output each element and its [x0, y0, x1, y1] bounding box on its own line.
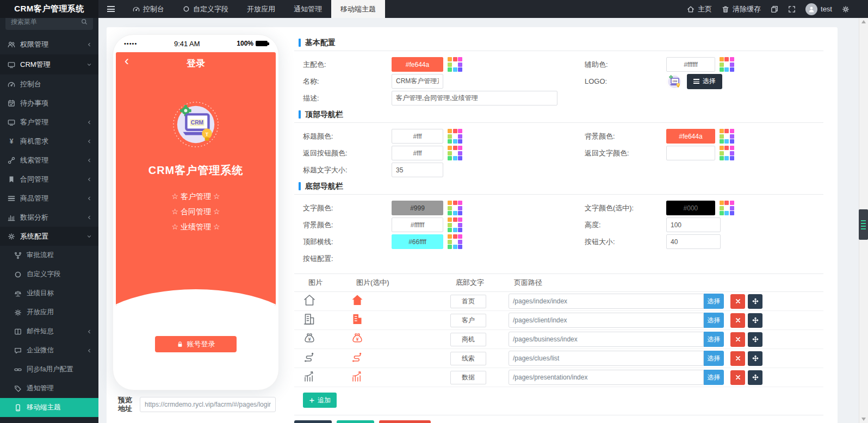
menu-toggle-button[interactable]: [98, 0, 123, 18]
topbar-item-test[interactable]: test: [805, 3, 832, 15]
color-swatch-input[interactable]: #fff: [392, 146, 443, 160]
color-swatch-input[interactable]: #fe644a: [666, 129, 715, 144]
topbar-item-主页[interactable]: 主页: [687, 4, 712, 14]
page-path-input[interactable]: [509, 332, 704, 347]
sidebar-item-开放应用[interactable]: 开放应用: [0, 303, 98, 322]
page-path-input[interactable]: [509, 351, 704, 366]
tab-通知管理[interactable]: 通知管理: [284, 0, 331, 18]
tab-开放应用[interactable]: 开放应用: [238, 0, 284, 18]
move-row-button[interactable]: [748, 313, 762, 328]
sidebar-item-待办事项[interactable]: 待办事项: [0, 94, 98, 113]
append-row-button[interactable]: 追加: [303, 393, 337, 408]
crm-logo-illustration: CRMT: [172, 100, 220, 148]
bottom-text-input[interactable]: [450, 314, 486, 327]
remove-row-button[interactable]: [730, 370, 745, 385]
move-row-button[interactable]: [748, 294, 762, 309]
sidebar-item-移动端主题[interactable]: 移动端主题: [0, 398, 98, 417]
sidebar-item-CRM管理[interactable]: CRM管理: [0, 54, 98, 74]
field-label: 背景颜色:: [303, 220, 392, 230]
field-label: 文字颜色:: [303, 203, 392, 213]
color-palette-icon[interactable]: [448, 201, 462, 215]
color-swatch-input[interactable]: #fe644a: [392, 57, 443, 72]
sidebar-item-合同管理[interactable]: 合同管理: [0, 170, 98, 189]
sidebar-item-商品管理[interactable]: 商品管理: [0, 189, 98, 208]
color-palette-icon[interactable]: [720, 129, 734, 144]
select-path-button[interactable]: 选择: [704, 313, 724, 328]
sidebar-item-企业微信[interactable]: 企业微信: [0, 341, 98, 360]
preview-url-input[interactable]: [140, 397, 276, 412]
page-path-input[interactable]: [509, 294, 704, 309]
sidebar-item-同步fa用户配置[interactable]: 同步fa用户配置: [0, 360, 98, 379]
color-swatch-input[interactable]: [666, 146, 715, 160]
color-palette-icon[interactable]: [448, 217, 462, 232]
select-path-button[interactable]: 选择: [704, 332, 724, 347]
select-path-button[interactable]: 选择: [704, 294, 724, 309]
sidebar-item-权限管理[interactable]: 权限管理: [0, 34, 98, 54]
topbar-item-清除缓存[interactable]: 清除缓存: [722, 4, 761, 14]
scrollbar-thumb[interactable]: [859, 209, 868, 240]
form-row: 主配色:#fe644a辅助色:#ffffff: [294, 56, 823, 73]
restore-default-button[interactable]: 恢复默认: [379, 420, 431, 423]
move-row-button[interactable]: [748, 332, 762, 347]
move-row-button[interactable]: [748, 351, 762, 366]
color-palette-icon[interactable]: [448, 234, 462, 249]
color-palette-icon[interactable]: [448, 57, 462, 72]
sidebar-item-业绩目标[interactable]: 业绩目标: [0, 284, 98, 303]
remove-row-button[interactable]: [730, 313, 745, 328]
select-path-button[interactable]: 选择: [704, 370, 724, 385]
remove-row-button[interactable]: [730, 351, 745, 366]
color-swatch-input[interactable]: #ffffff: [392, 217, 443, 232]
color-palette-icon[interactable]: [448, 146, 462, 160]
sidebar-item-线索管理[interactable]: 线索管理: [0, 151, 98, 170]
preview-button[interactable]: 预览: [294, 420, 332, 423]
bottom-text-input[interactable]: [450, 295, 486, 308]
sidebar-item-客户管理[interactable]: 客户管理: [0, 113, 98, 132]
color-palette-icon[interactable]: [720, 146, 734, 160]
tab-自定义字段[interactable]: 自定义字段: [173, 0, 238, 18]
logo-select-button[interactable]: 选择: [687, 74, 722, 89]
color-palette-icon[interactable]: [720, 201, 734, 215]
color-swatch-input[interactable]: #999: [392, 201, 443, 215]
bottom-text-input[interactable]: [450, 352, 486, 365]
color-swatch-input[interactable]: #ffffff: [666, 57, 715, 72]
scroll-down-arrow-icon[interactable]: [861, 418, 866, 421]
tab-控制台[interactable]: 控制台: [123, 0, 173, 18]
color-swatch-input[interactable]: #66ffff: [392, 234, 443, 249]
tab-移动端主题[interactable]: 移动端主题: [331, 0, 385, 18]
sidebar-item-数据分析[interactable]: 数据分析: [0, 208, 98, 227]
icon-selected-cell: [351, 370, 450, 385]
sidebar-item-自定义字段[interactable]: 自定义字段: [0, 265, 98, 284]
color-swatch-input[interactable]: #fff: [392, 129, 443, 144]
page-path-input[interactable]: [509, 313, 704, 328]
text-input[interactable]: [392, 163, 443, 177]
sidebar-item-审批流程[interactable]: 审批流程: [0, 246, 98, 265]
x-icon: [735, 298, 741, 304]
color-swatch-input[interactable]: #000: [666, 201, 715, 215]
sidebar-search-input[interactable]: 搜索菜单: [5, 18, 93, 30]
scrollbar-track[interactable]: [859, 18, 868, 423]
remove-row-button[interactable]: [730, 294, 745, 309]
select-path-button[interactable]: 选择: [704, 351, 724, 366]
text-input[interactable]: [666, 217, 721, 232]
sidebar-item-商机需求[interactable]: ¥商机需求: [0, 132, 98, 151]
topbar-item-gear[interactable]: [842, 5, 850, 13]
sidebar-item-控制台[interactable]: 控制台: [0, 74, 98, 94]
remove-row-button[interactable]: [730, 332, 745, 347]
text-input[interactable]: [392, 91, 557, 105]
gear-icon: [14, 309, 22, 316]
color-palette-icon[interactable]: [448, 129, 462, 144]
sidebar-item-邮件短息[interactable]: 邮件短息: [0, 322, 98, 341]
bottom-text-input[interactable]: [450, 333, 486, 346]
topbar-item-copy[interactable]: [771, 5, 778, 13]
text-input[interactable]: [666, 234, 721, 249]
sidebar-item-系统配置[interactable]: 系统配置: [0, 227, 98, 246]
color-palette-icon[interactable]: [720, 57, 734, 72]
move-row-button[interactable]: [748, 370, 762, 385]
text-input[interactable]: [392, 74, 443, 89]
scroll-up-arrow-icon[interactable]: [861, 20, 866, 23]
bottom-text-input[interactable]: [450, 371, 486, 384]
sidebar-item-通知管理[interactable]: 通知管理: [0, 379, 98, 398]
page-path-input[interactable]: [509, 370, 704, 385]
save-button[interactable]: 保存: [337, 420, 374, 423]
topbar-item-expand[interactable]: [788, 5, 796, 13]
